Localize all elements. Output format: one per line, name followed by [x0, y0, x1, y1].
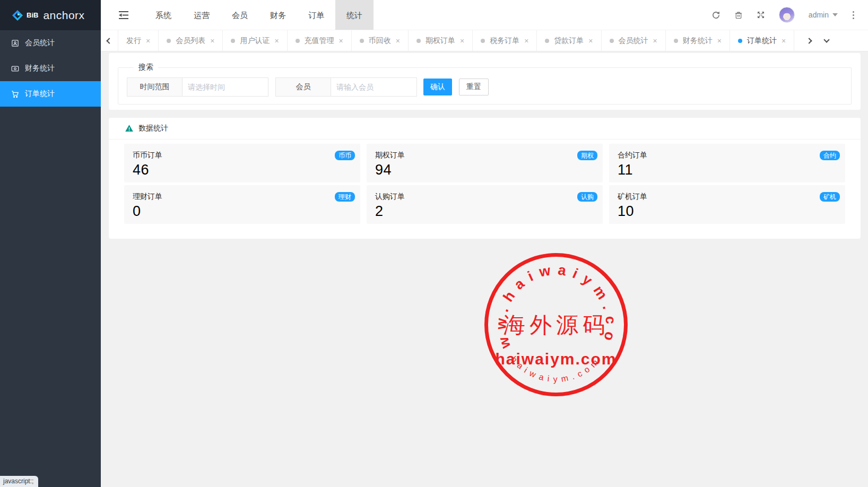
- app-logo: BiB anchorx: [0, 0, 101, 30]
- sidebar-item-order-stats[interactable]: 订单统计: [0, 81, 101, 107]
- card-badge: 认购: [577, 192, 597, 202]
- id-card-icon: [11, 39, 19, 47]
- tab-recharge-manage[interactable]: 充值管理 ×: [288, 30, 352, 51]
- stamp-ring: [487, 255, 626, 395]
- time-range-label: 时间范围: [127, 77, 182, 97]
- card-value: 94: [375, 162, 594, 178]
- stats-header: 数据统计: [109, 118, 861, 140]
- stat-card-wealth-orders: 理财订单 0 理财: [124, 185, 360, 224]
- search-fieldset: 搜索 时间范围 会员 确认 重置: [118, 63, 852, 105]
- user-menu[interactable]: admin: [809, 11, 838, 19]
- username: admin: [809, 11, 829, 19]
- tab-bar: 发行 × 会员列表 × 用户认证 × 充值管理 × 币回收 × 期权订单 × 税…: [101, 30, 868, 51]
- confirm-button[interactable]: 确认: [423, 79, 452, 95]
- tab-tax-orders[interactable]: 税务订单 ×: [473, 30, 537, 51]
- tab-member-stats[interactable]: 会员统计 ×: [602, 30, 666, 51]
- tab-finance-stats[interactable]: 财务统计 ×: [666, 30, 730, 51]
- tab-dot-icon: [231, 39, 235, 43]
- close-icon[interactable]: ×: [210, 37, 214, 45]
- card-label: 合约订单: [618, 151, 837, 160]
- close-icon[interactable]: ×: [460, 37, 464, 45]
- stat-card-contract-orders: 合约订单 11 合约: [609, 144, 845, 182]
- topnav-item-statistics[interactable]: 统计: [335, 0, 374, 30]
- card-badge: 矿机: [820, 192, 840, 202]
- chevron-down-icon: [823, 37, 829, 42]
- member-input[interactable]: [331, 77, 417, 97]
- close-icon[interactable]: ×: [653, 37, 657, 45]
- tab-dot-icon: [674, 39, 678, 43]
- card-value: 2: [375, 203, 594, 220]
- topnav-item-finance[interactable]: 财务: [259, 0, 297, 30]
- banknote-icon: [11, 65, 19, 73]
- header-actions: admin: [711, 7, 868, 23]
- trash-icon[interactable]: [734, 11, 743, 20]
- time-range-group: 时间范围: [127, 77, 268, 97]
- stat-card-subscribe-orders: 认购订单 2 认购: [367, 185, 603, 224]
- card-label: 认购订单: [375, 192, 594, 202]
- chevron-left-icon: [106, 38, 112, 44]
- stamp-arc-top-text: www.haiwaiym.com: [479, 248, 619, 351]
- warning-triangle-icon: [125, 124, 134, 133]
- status-bar: javascript:;: [0, 476, 38, 487]
- sidebar-item-finance-stats[interactable]: 财务统计: [0, 56, 101, 81]
- tab-label: 用户认证: [240, 36, 270, 46]
- reset-button[interactable]: 重置: [459, 79, 489, 95]
- tab-dot-icon: [167, 39, 171, 43]
- sidebar-item-label: 财务统计: [25, 64, 55, 73]
- brand-diamond-icon: [12, 10, 23, 21]
- card-value: 46: [133, 162, 352, 178]
- topnav-item-member[interactable]: 会员: [221, 0, 259, 30]
- tabs-scroll-left-button[interactable]: [101, 30, 118, 51]
- tab-coin-recycle[interactable]: 币回收 ×: [352, 30, 409, 51]
- card-badge: 期权: [577, 151, 597, 160]
- topnav-item-order[interactable]: 订单: [297, 0, 335, 30]
- card-label: 期权订单: [375, 151, 594, 160]
- chevron-down-icon: [832, 13, 838, 16]
- tab-dot-icon: [610, 39, 614, 43]
- close-icon[interactable]: ×: [146, 37, 150, 45]
- search-legend: 搜索: [134, 63, 158, 72]
- tab-dot-icon: [545, 39, 549, 43]
- stat-card-miner-orders: 矿机订单 10 矿机: [609, 185, 845, 224]
- logo-app-name: anchorx: [43, 9, 84, 22]
- topnav-item-system[interactable]: 系统: [144, 0, 183, 30]
- close-icon[interactable]: ×: [588, 37, 593, 45]
- tab-member-list[interactable]: 会员列表 ×: [159, 30, 223, 51]
- close-icon[interactable]: ×: [782, 37, 786, 45]
- close-icon[interactable]: ×: [396, 37, 400, 45]
- refresh-icon[interactable]: [711, 11, 721, 20]
- top-navigation: 系统 运营 会员 财务 订单 统计: [144, 0, 374, 30]
- sidebar-item-member-stats[interactable]: 会员统计: [0, 30, 101, 56]
- tab-loan-orders[interactable]: 贷款订单 ×: [537, 30, 601, 51]
- chevron-right-icon: [806, 38, 812, 44]
- sidebar: 会员统计 财务统计 订单统计: [0, 30, 101, 487]
- time-range-input[interactable]: [182, 77, 268, 97]
- tab-issue[interactable]: 发行 ×: [118, 30, 159, 51]
- fullscreen-icon[interactable]: [757, 11, 765, 19]
- sidebar-collapse-icon[interactable]: [119, 11, 128, 19]
- card-value: 11: [618, 162, 837, 178]
- card-value: 0: [133, 203, 352, 220]
- card-label: 理财订单: [133, 192, 352, 202]
- svg-text:haiwaiym.com: haiwaiym.com: [509, 355, 603, 384]
- watermark-stamp: www.haiwaiym.com 海外源码 haiwaiym.com haiwa…: [479, 248, 633, 402]
- tab-order-stats[interactable]: 订单统计 ×: [730, 30, 794, 51]
- tabs-menu-button[interactable]: [818, 30, 835, 51]
- close-icon[interactable]: ×: [274, 37, 279, 45]
- stat-card-option-orders: 期权订单 94 期权: [367, 144, 603, 182]
- member-label: 会员: [275, 77, 331, 97]
- tab-user-auth[interactable]: 用户认证 ×: [223, 30, 287, 51]
- more-options-icon[interactable]: [852, 10, 855, 20]
- close-icon[interactable]: ×: [717, 37, 722, 45]
- topnav-item-operation[interactable]: 运营: [183, 0, 221, 30]
- close-icon[interactable]: ×: [524, 37, 528, 45]
- stamp-center-en-text: haiwaiym.com: [495, 350, 617, 368]
- avatar[interactable]: [779, 7, 795, 23]
- tab-label: 贷款订单: [554, 36, 584, 46]
- close-icon[interactable]: ×: [339, 37, 343, 45]
- tab-option-orders[interactable]: 期权订单 ×: [409, 30, 473, 51]
- tab-label: 税务订单: [490, 36, 519, 46]
- tab-dot-icon: [738, 39, 742, 43]
- tab-label: 订单统计: [747, 36, 777, 46]
- tabs-scroll-right-button[interactable]: [800, 30, 818, 51]
